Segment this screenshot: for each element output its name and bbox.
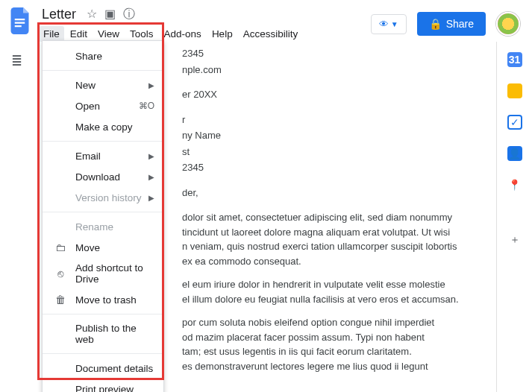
menu-accessibility[interactable]: Accessibility	[239, 26, 303, 42]
cloud-status-icon[interactable]: ⓘ	[123, 7, 135, 22]
submenu-arrow-icon: ▶	[148, 81, 154, 89]
svg-rect-2	[15, 25, 22, 27]
submenu-arrow-icon: ▶	[148, 173, 154, 181]
file-menu-open[interactable]: • Open ⌘O	[43, 95, 163, 116]
text-paragraph: es demonstraverunt lectores legere me li…	[182, 359, 466, 374]
file-menu-download[interactable]: • Download ▶	[43, 166, 163, 187]
svg-rect-0	[15, 19, 25, 20]
submenu-arrow-icon: ▶	[148, 152, 154, 160]
menu-file[interactable]: File	[39, 26, 64, 42]
text-paragraph: por cum soluta nobis eleifend option con…	[182, 315, 466, 330]
file-menu-email[interactable]: • Email ▶	[43, 145, 163, 166]
menu-help[interactable]: Help	[207, 26, 237, 42]
share-button[interactable]: 🔒 Share	[417, 12, 486, 36]
file-menu-print-preview[interactable]: • Print preview	[43, 379, 163, 392]
lock-icon: 🔒	[429, 18, 442, 30]
share-button-label: Share	[446, 18, 474, 30]
keep-icon[interactable]	[507, 83, 522, 98]
file-menu-publish[interactable]: • Publish to the web	[43, 318, 163, 350]
text-paragraph: el illum dolore eu feugiat nulla facilis…	[182, 292, 466, 307]
account-avatar[interactable]	[496, 12, 520, 36]
text-line: r	[182, 113, 466, 127]
right-side-panel: 31 ✓ 👤 📍 ＋	[496, 42, 532, 392]
titlebar: Letter ☆ ▣ ⓘ File Edit View Tools Add-on…	[0, 0, 532, 42]
move-folder-icon[interactable]: ▣	[104, 7, 116, 22]
svg-rect-1	[15, 22, 25, 24]
text-line: ny Name	[182, 128, 466, 143]
file-menu-dropdown: • Share • New ▶ • Open ⌘O • Make a copy …	[42, 40, 164, 392]
submenu-arrow-icon: ▶	[148, 194, 154, 202]
text-paragraph: tincidunt ut laoreet dolore magna aliqua…	[182, 225, 466, 240]
text-line: nple.com	[182, 63, 466, 78]
tasks-icon[interactable]: ✓	[507, 115, 522, 130]
text-line: er 20XX	[182, 87, 466, 102]
drive-shortcut-icon: ⎋	[53, 268, 68, 279]
text-line: st	[182, 145, 466, 159]
file-menu-rename: • Rename	[43, 216, 163, 237]
menu-addons[interactable]: Add-ons	[160, 26, 206, 42]
document-title[interactable]: Letter	[39, 6, 79, 23]
outline-icon[interactable]: ≣	[7, 52, 25, 70]
add-on-plus-icon[interactable]: ＋	[507, 233, 522, 247]
visibility-dropdown[interactable]: 👁 ▼	[371, 14, 407, 34]
file-menu-share[interactable]: • Share	[43, 45, 163, 66]
left-rail: ≣	[0, 42, 33, 392]
text-line: 2345	[182, 46, 466, 61]
text-paragraph: el eum iriure dolor in hendrerit in vulp…	[182, 277, 466, 292]
right-controls: 👁 ▼ 🔒 Share	[371, 4, 525, 36]
text-paragraph: dolor sit amet, consectetuer adipiscing …	[182, 210, 466, 225]
file-menu-make-copy[interactable]: • Make a copy	[43, 116, 163, 137]
text-paragraph: n veniam, quis nostrud exerci tation ull…	[182, 239, 466, 254]
text-paragraph: ex ea commodo consequat.	[182, 254, 466, 269]
file-menu-add-shortcut[interactable]: ⎋ Add shortcut to Drive	[43, 258, 163, 289]
maps-icon[interactable]: 📍	[507, 177, 522, 192]
menubar: File Edit View Tools Add-ons Help Access…	[39, 23, 302, 42]
file-menu-move[interactable]: 🗀 Move	[43, 237, 163, 258]
folder-move-icon: 🗀	[53, 241, 68, 253]
file-menu-document-details[interactable]: • Document details	[43, 358, 163, 379]
chevron-down-icon: ▼	[391, 20, 398, 28]
file-menu-new[interactable]: • New ▶	[43, 75, 163, 95]
text-paragraph: od mazim placerat facer possim assum. Ty…	[182, 330, 466, 345]
menu-view[interactable]: View	[93, 26, 124, 42]
calendar-icon[interactable]: 31	[507, 52, 522, 67]
menu-tools[interactable]: Tools	[125, 26, 158, 42]
menu-edit[interactable]: Edit	[66, 26, 92, 42]
text-paragraph: tam; est usus legentis in iis qui facit …	[182, 344, 466, 359]
contacts-icon[interactable]: 👤	[507, 146, 522, 161]
file-menu-version-history[interactable]: • Version history ▶	[43, 187, 163, 208]
file-menu-move-to-trash[interactable]: 🗑 Move to trash	[43, 289, 163, 310]
star-icon[interactable]: ☆	[87, 7, 97, 22]
eye-icon: 👁	[379, 19, 389, 30]
trash-icon: 🗑	[53, 294, 68, 306]
docs-logo[interactable]	[7, 7, 34, 34]
text-line: 2345	[182, 160, 466, 175]
text-line: der,	[182, 186, 466, 200]
title-area: Letter ☆ ▣ ⓘ File Edit View Tools Add-on…	[39, 4, 302, 42]
